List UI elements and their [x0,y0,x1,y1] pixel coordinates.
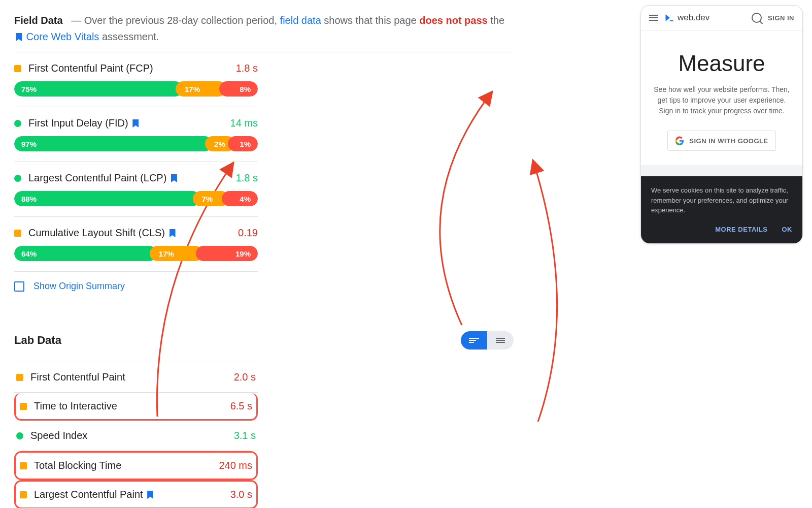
google-logo-icon [675,136,684,145]
lab-metric-value: 3.0 s [230,489,252,500]
lab-metric-value: 3.1 s [234,430,256,441]
webdev-logo-icon [664,13,674,23]
bookmark-icon [171,174,177,182]
distribution-bar: 75%17%8% [14,81,258,97]
measure-title: Measure [651,51,792,76]
metric-name: First Input Delay (FID) [28,117,230,129]
toggle-compact-icon[interactable] [487,331,514,350]
metric-value: 14 ms [230,117,258,129]
metric-name: Cumulative Layout Shift (CLS) [28,227,238,239]
bookmark-icon [147,491,153,499]
lab-metric-name: Total Blocking Time [34,460,219,471]
metric-name: Largest Contentful Paint (LCP) [28,172,236,184]
status-icon [14,230,21,237]
field-data-title: Field Data [14,15,63,26]
lab-metric-name: Speed Index [30,430,234,441]
lab-metric-name: Largest Contentful Paint [34,489,230,500]
lab-metric-row: Time to Interactive 6.5 s [14,393,258,421]
dist-segment: 1% [228,136,258,151]
status-icon [20,462,27,469]
webdev-logo[interactable]: web.dev [664,13,709,23]
google-signin-button[interactable]: SIGN IN WITH GOOGLE [667,131,775,151]
field-metrics-grid: First Contentful Paint (FCP) 1.8 s75%17%… [14,52,514,272]
bookmark-icon [170,229,176,237]
metric-card: Largest Contentful Paint (LCP) 1.8 s88%7… [14,162,258,217]
metric-value: 0.19 [238,227,258,239]
lab-metric-row: Largest Contentful Paint 3.0 s [14,480,258,508]
status-icon [16,374,23,381]
status-icon [14,175,21,182]
dist-segment: 75% [14,81,183,97]
dist-segment: 97% [14,136,212,151]
status-icon [16,432,23,439]
distribution-bar: 97%2%1% [14,136,258,151]
metric-value: 1.8 s [236,62,258,74]
show-origin-summary[interactable]: Show Origin Summary [14,272,514,301]
status-icon [14,120,21,127]
core-web-vitals-link[interactable]: Core Web Vitals [26,31,99,42]
checkbox-icon[interactable] [14,281,24,292]
lab-metric-name: Time to Interactive [34,400,230,412]
lab-metric-row: Total Blocking Time 240 ms [14,451,258,480]
field-data-link[interactable]: field data [280,15,321,26]
cookie-banner: We serve cookies on this site to analyze… [641,176,802,243]
metric-card: Cumulative Layout Shift (CLS) 0.1964%17%… [14,217,258,272]
bookmark-icon [132,119,139,128]
signin-link[interactable]: SIGN IN [768,14,794,22]
bookmark-icon [16,33,22,41]
assessment-fail: does not pass [419,15,487,26]
status-icon [20,491,27,498]
metric-card: First Contentful Paint (FCP) 1.8 s75%17%… [14,52,258,107]
lab-metrics-grid: First Contentful Paint 2.0 sTime to Inte… [14,362,514,508]
dist-segment: 17% [176,81,226,97]
distribution-bar: 88%7%4% [14,191,258,206]
status-icon [20,403,27,410]
dist-segment: 4% [222,191,258,206]
hamburger-icon[interactable] [649,15,658,21]
svg-rect-0 [670,20,673,21]
field-data-header: Field Data — Over the previous 28-day co… [14,12,514,45]
lab-data-title: Lab Data [14,334,61,347]
measure-subtitle: See how well your website performs. Then… [651,84,792,116]
dist-segment: 19% [196,246,258,261]
lab-metric-name: First Contentful Paint [30,371,234,383]
metric-value: 1.8 s [236,172,258,184]
dist-segment: 64% [14,246,157,261]
dist-segment: 8% [219,81,258,97]
lab-metric-row: First Contentful Paint 2.0 s [14,362,258,393]
metric-name: First Contentful Paint (FCP) [28,62,236,74]
lab-metric-row: Speed Index 3.1 s [14,421,258,451]
webdev-preview: web.dev SIGN IN Measure See how well you… [640,5,803,244]
cookie-more-link[interactable]: MORE DETAILS [715,225,767,235]
lab-metric-value: 2.0 s [234,371,256,383]
metric-card: First Input Delay (FID) 14 ms97%2%1% [14,107,258,162]
toggle-detailed-icon[interactable] [461,331,487,350]
dist-segment: 88% [14,191,200,206]
distribution-bar: 64%17%19% [14,246,258,261]
lab-metric-value: 6.5 s [230,400,252,412]
dist-segment: 17% [150,246,203,261]
lab-metric-value: 240 ms [219,460,252,471]
view-toggle[interactable] [461,331,514,350]
cookie-ok-button[interactable]: OK [782,225,793,235]
search-icon[interactable] [752,13,762,23]
status-icon [14,65,21,72]
